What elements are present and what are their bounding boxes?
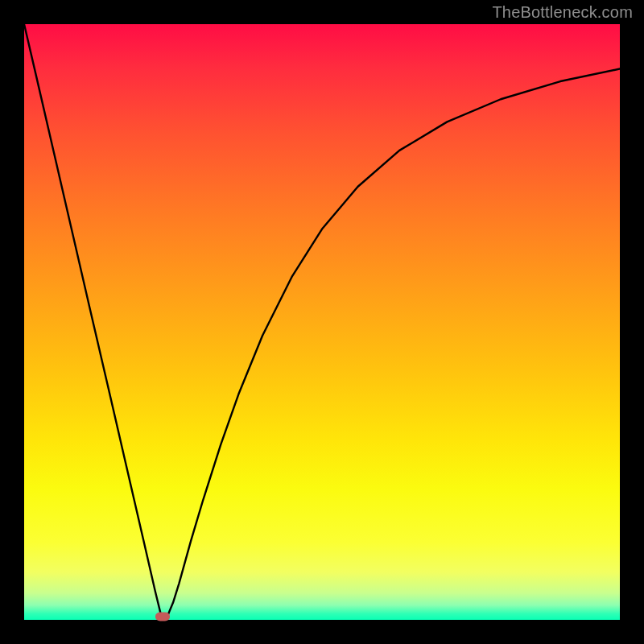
watermark-text: TheBottleneck.com	[492, 3, 633, 22]
chart-plot-area	[24, 24, 620, 620]
chart-frame: TheBottleneck.com	[0, 0, 644, 644]
minimum-marker	[155, 612, 170, 621]
bottleneck-curve	[24, 24, 620, 620]
